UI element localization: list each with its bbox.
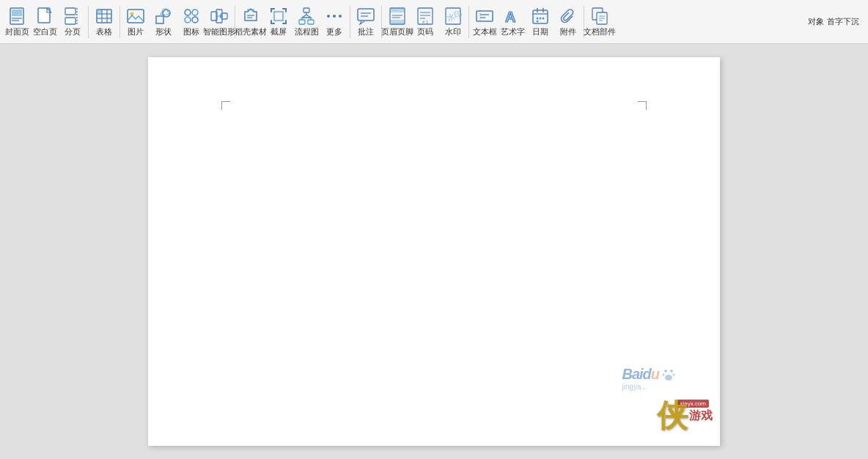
svg-point-77	[663, 373, 665, 375]
corner-marker-top-left	[221, 101, 230, 110]
watermark-overlay: Baidu jingya... xiayx.com 侠 游戏	[566, 343, 713, 431]
xiayx-badge: xiayx.com	[677, 400, 709, 408]
image-label: 图片	[128, 26, 144, 37]
svg-point-76	[670, 370, 673, 372]
svg-point-40	[339, 15, 342, 18]
document-page[interactable]: Baidu jingya... xiayx.com 侠 游戏	[148, 57, 720, 446]
table-label: 表格	[96, 26, 112, 37]
svg-rect-13	[97, 10, 102, 14]
icon-btn-label: 图标	[183, 26, 199, 37]
svg-text:# 1: # 1	[422, 20, 429, 24]
attach-label: 附件	[560, 26, 576, 37]
divider-4	[350, 6, 350, 38]
toolbar-attach[interactable]: 附件	[554, 2, 582, 42]
screenshot-label: 截屏	[271, 26, 287, 37]
divider-6	[468, 6, 469, 38]
corner-marker-top-right	[638, 101, 647, 110]
art-text-icon: A A	[502, 6, 523, 26]
svg-rect-33	[299, 20, 305, 24]
xia-char: 侠	[657, 400, 688, 431]
svg-point-67	[540, 18, 542, 20]
toolbar-comment[interactable]: 批注	[352, 2, 380, 42]
baidu-watermark: Baidu jingya...	[622, 366, 676, 391]
svg-rect-1	[12, 10, 22, 16]
svg-rect-30	[274, 12, 283, 21]
svg-point-75	[664, 370, 667, 372]
material-label: 稻壳素材	[235, 26, 267, 37]
shape-label: 形状	[155, 26, 172, 37]
toolbar-section[interactable]: 分页	[59, 2, 87, 42]
toolbar-smart-shape[interactable]: 智能图形	[205, 2, 233, 42]
blank-page-label: 空白页	[33, 26, 57, 37]
toolbar-image[interactable]: 图片	[122, 2, 150, 42]
main-toolbar: 封面页 空白页 分页	[0, 0, 868, 44]
toolbar-more[interactable]: 更多	[320, 2, 348, 42]
doc-part-icon	[589, 6, 610, 26]
icon-btn-icon	[181, 6, 202, 26]
svg-rect-56	[477, 11, 493, 21]
material-icon	[240, 6, 261, 26]
xia-youxi-overlay: 侠 游戏	[657, 400, 713, 431]
toolbar-material[interactable]: 稻壳素材	[237, 2, 265, 42]
svg-point-39	[333, 15, 336, 18]
svg-point-22	[192, 17, 198, 23]
toolbar-art-text[interactable]: A A 艺术字	[499, 2, 526, 42]
svg-rect-31	[304, 8, 309, 12]
svg-rect-14	[128, 10, 144, 23]
canvas-area: Baidu jingya... xiayx.com 侠 游戏	[0, 44, 868, 459]
toolbar-header-footer[interactable]: 页眉页脚	[383, 2, 411, 42]
toolbar-textbox[interactable]: 文本框	[471, 2, 499, 42]
svg-point-20	[192, 10, 198, 15]
screenshot-icon	[268, 6, 289, 26]
header-footer-icon	[387, 6, 408, 26]
toolbar-blank-page[interactable]: 空白页	[31, 2, 59, 42]
date-icon	[530, 6, 551, 26]
toolbar-icon-btn[interactable]: 图标	[177, 2, 205, 42]
svg-rect-34	[308, 20, 314, 24]
textbox-icon	[474, 6, 495, 26]
more-label: 更多	[326, 26, 342, 37]
toolbar-page-num[interactable]: # 1 页码	[411, 2, 439, 42]
flowchart-label: 流程图	[295, 26, 319, 37]
svg-point-38	[327, 15, 330, 18]
divider-2	[119, 6, 120, 38]
svg-rect-45	[390, 8, 405, 12]
date-label: 日期	[532, 26, 548, 37]
textbox-label: 文本框	[473, 26, 497, 37]
svg-point-68	[542, 18, 545, 20]
toolbar-date[interactable]: 日期	[526, 2, 554, 42]
toolbar-screenshot[interactable]: 截屏	[265, 2, 293, 42]
smart-shape-icon	[209, 6, 229, 26]
svg-point-78	[673, 373, 675, 375]
comment-label: 批注	[358, 26, 374, 37]
svg-point-79	[665, 375, 672, 381]
svg-rect-46	[390, 20, 405, 24]
doc-part-label: 文档部件	[584, 26, 616, 37]
baidu-text: Baidu	[622, 366, 659, 383]
toolbar-watermark[interactable]: 水印 水印	[439, 2, 467, 42]
toolbar-shape[interactable]: 形状	[150, 2, 177, 42]
comment-icon	[356, 6, 376, 26]
art-text-label: 艺术字	[501, 26, 525, 37]
page-num-icon: # 1	[415, 6, 435, 26]
svg-rect-62	[533, 10, 548, 23]
flowchart-icon	[296, 6, 317, 26]
toolbar-cover-page[interactable]: 封面页	[3, 2, 31, 42]
toolbar-flowchart[interactable]: 流程图	[293, 2, 320, 42]
more-icon	[324, 6, 345, 26]
toolbar-table[interactable]: 表格	[90, 2, 118, 42]
svg-text:A: A	[505, 9, 515, 25]
watermark-icon: 水印	[443, 6, 463, 26]
table-icon	[94, 6, 114, 26]
dropcap-label: 首字下沉	[827, 16, 859, 27]
jingyan-text: jingya...	[622, 383, 676, 391]
svg-marker-32	[302, 15, 311, 18]
baidu-paw-icon	[661, 367, 676, 382]
blank-page-icon	[34, 6, 55, 26]
svg-point-19	[185, 10, 191, 15]
svg-point-21	[185, 17, 191, 23]
toolbar-doc-part[interactable]: 文档部件	[586, 2, 614, 42]
section-label: 分页	[65, 26, 81, 37]
svg-rect-16	[156, 16, 163, 23]
svg-point-69	[537, 21, 539, 23]
